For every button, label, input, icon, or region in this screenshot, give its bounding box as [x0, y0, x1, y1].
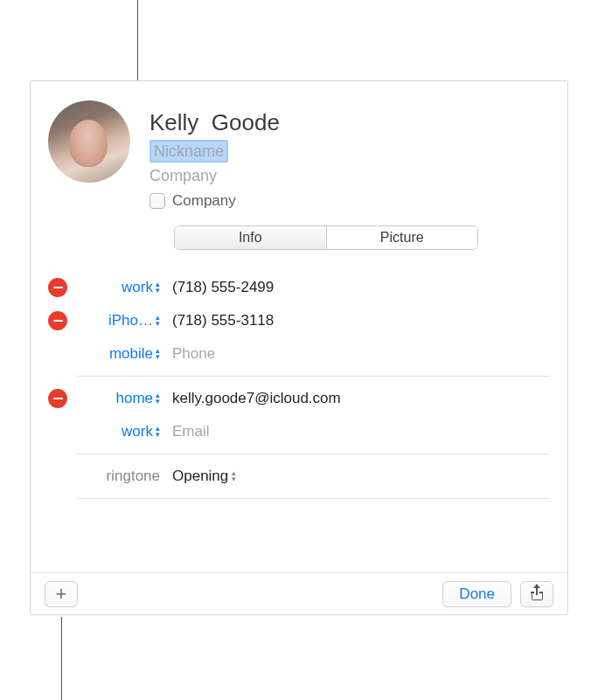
- phone-row: work ▴▾ (718) 555-2499: [48, 271, 550, 304]
- email-label-select[interactable]: home ▴▾: [73, 390, 160, 407]
- minus-icon: [53, 398, 63, 400]
- phone-label: work: [122, 279, 153, 296]
- phone-value[interactable]: (718) 555-2499: [172, 279, 550, 296]
- divider: [76, 454, 550, 454]
- tab-info[interactable]: Info: [175, 226, 327, 249]
- company-checkbox-label: Company: [172, 192, 236, 210]
- phone-value[interactable]: (718) 555-3118: [172, 312, 550, 329]
- fade-overlay: [31, 558, 567, 572]
- divider: [76, 498, 550, 499]
- ringtone-label: ringtone: [73, 468, 160, 485]
- callout-line-bottom: [61, 617, 62, 700]
- email-row: home ▴▾ kelly.goode7@icloud.com: [48, 382, 550, 415]
- company-checkbox-row: Company: [150, 192, 550, 210]
- phone-row: mobile ▴▾ Phone: [48, 337, 550, 371]
- remove-button[interactable]: [48, 278, 67, 297]
- ringtone-value: Opening: [172, 468, 228, 485]
- email-placeholder[interactable]: Email: [172, 423, 550, 440]
- phone-label-select[interactable]: mobile ▴▾: [73, 345, 160, 363]
- header-area: Kelly Goode Nickname Company Company: [31, 81, 567, 218]
- phone-label: mobile: [109, 345, 153, 363]
- ringtone-row: ringtone Opening ▴▾: [48, 460, 550, 493]
- first-name-field[interactable]: Kelly: [150, 109, 198, 135]
- info-picture-segmented: Info Picture: [174, 225, 478, 250]
- stepper-icon: ▴▾: [156, 281, 160, 294]
- stepper-icon: ▴▾: [156, 348, 160, 360]
- minus-icon: [53, 287, 63, 289]
- email-row: work ▴▾ Email: [48, 415, 550, 448]
- email-label: work: [122, 423, 153, 440]
- minus-icon: [53, 320, 63, 322]
- phone-placeholder[interactable]: Phone: [172, 345, 550, 363]
- remove-button[interactable]: [48, 311, 67, 330]
- email-label-select[interactable]: work ▴▾: [73, 423, 160, 440]
- done-button[interactable]: Done: [442, 581, 511, 607]
- email-value[interactable]: kelly.goode7@icloud.com: [172, 390, 550, 407]
- name-line[interactable]: Kelly Goode: [150, 109, 550, 136]
- contact-edit-window: Kelly Goode Nickname Company Company Inf…: [30, 80, 568, 615]
- stepper-icon: ▴▾: [156, 426, 160, 438]
- company-checkbox[interactable]: [150, 193, 165, 209]
- header-fields: Kelly Goode Nickname Company Company: [150, 97, 550, 210]
- last-name-field[interactable]: Goode: [212, 109, 280, 135]
- phone-label-select[interactable]: work ▴▾: [73, 279, 160, 296]
- nickname-field[interactable]: Nickname: [150, 140, 228, 163]
- phone-label: iPho…: [108, 312, 153, 329]
- stepper-icon: ▴▾: [156, 315, 160, 327]
- avatar[interactable]: [48, 100, 130, 183]
- remove-button[interactable]: [48, 389, 67, 408]
- tab-picture[interactable]: Picture: [327, 226, 478, 249]
- fields-list: work ▴▾ (718) 555-2499 iPho… ▴▾ (718) 55…: [31, 262, 567, 499]
- stepper-icon: ▴▾: [156, 392, 160, 405]
- company-field[interactable]: Company: [150, 167, 550, 185]
- divider: [76, 376, 550, 377]
- share-button[interactable]: [520, 581, 553, 607]
- stepper-icon: ▴▾: [232, 470, 236, 482]
- add-field-button[interactable]: +: [45, 581, 78, 607]
- ringtone-select[interactable]: Opening ▴▾: [172, 468, 236, 485]
- share-icon: [532, 587, 543, 600]
- plus-icon: +: [56, 585, 67, 604]
- footer-toolbar: + Done: [31, 572, 567, 614]
- phone-label-select[interactable]: iPho… ▴▾: [73, 312, 160, 329]
- phone-row: iPho… ▴▾ (718) 555-3118: [48, 304, 550, 337]
- email-label: home: [115, 390, 153, 407]
